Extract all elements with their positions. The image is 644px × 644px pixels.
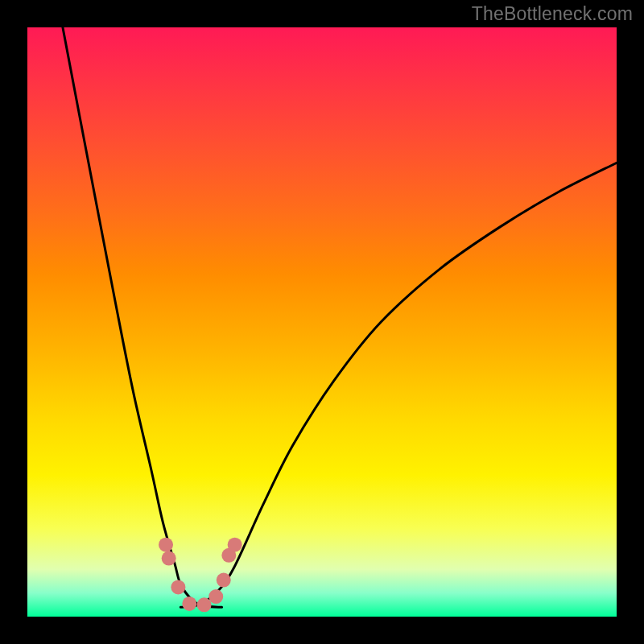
plot-area (27, 27, 617, 617)
gradient-background (27, 27, 617, 617)
watermark-text: TheBottleneck.com (472, 3, 633, 25)
chart-outer: TheBottleneck.com (0, 0, 644, 644)
